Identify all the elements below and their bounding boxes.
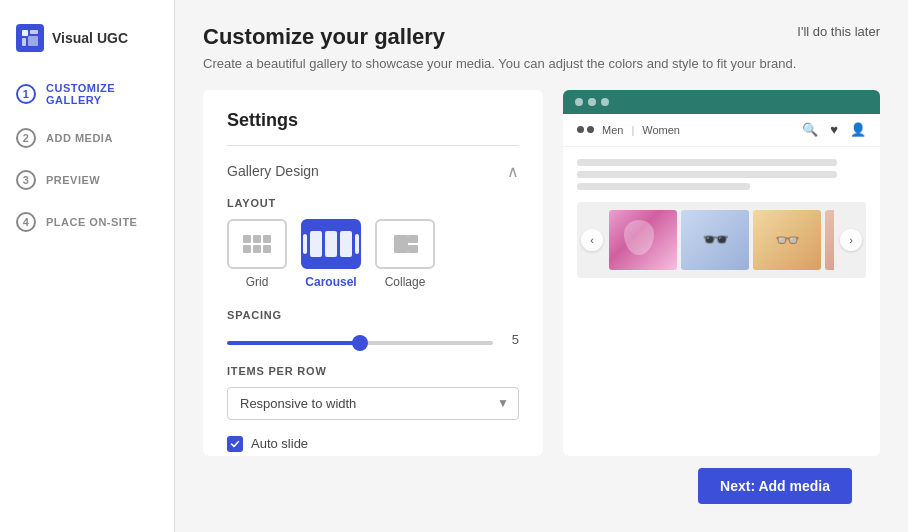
next-button[interactable]: Next: Add media: [698, 468, 852, 504]
nav-number-2: 2: [16, 128, 36, 148]
layout-option-grid[interactable]: Grid: [227, 219, 287, 289]
carousel-image-4: [825, 210, 834, 270]
nav-link-men[interactable]: Men: [602, 124, 623, 136]
browser-dot-1: [575, 98, 583, 106]
auto-slide-label: Auto slide: [251, 436, 308, 451]
sidebar-item-add-media[interactable]: 2 ADD MEDIA: [0, 118, 174, 158]
spacing-value: 5: [503, 332, 519, 347]
carousel-image-2: 🕶️: [681, 210, 749, 270]
preview-nav-bar: Men | Women 🔍 ♥ 👤: [563, 114, 880, 147]
settings-title: Settings: [227, 110, 519, 146]
carousel-image-1: [609, 210, 677, 270]
carousel-preview: ‹ 🕶️ 👓 ›: [577, 202, 866, 278]
svg-rect-1: [30, 30, 38, 34]
sidebar-label-add-media: ADD MEDIA: [46, 132, 113, 144]
spacing-section: SPACING 5: [227, 309, 519, 349]
spacing-label: SPACING: [227, 309, 519, 321]
sidebar: Visual UGC 1 CUSTOMIZE GALLERY 2 ADD MED…: [0, 0, 175, 532]
page-title: Customize your gallery: [203, 24, 445, 50]
carousel-right-arrow[interactable]: ›: [840, 229, 862, 251]
nav-logo-dot-1: [577, 126, 584, 133]
nav-link-separator: |: [631, 124, 634, 136]
content-area: Settings Gallery Design ∧ LAYOUT: [203, 90, 880, 457]
gallery-design-toggle[interactable]: ∧: [507, 162, 519, 181]
logo-text: Visual UGC: [52, 30, 128, 46]
grid-icon-box: [227, 219, 287, 269]
spacing-slider-container: [227, 331, 493, 349]
nav-link-women[interactable]: Women: [642, 124, 680, 136]
carousel-images: 🕶️ 👓: [609, 210, 834, 270]
grid-label: Grid: [246, 275, 269, 289]
preview-content: ‹ 🕶️ 👓 ›: [563, 147, 880, 457]
carousel-left-arrow[interactable]: ‹: [581, 229, 603, 251]
preview-line-1: [577, 159, 837, 166]
collage-icon: [394, 235, 416, 253]
carousel-image-3: 👓: [753, 210, 821, 270]
sidebar-label-customize-gallery: CUSTOMIZE GALLERY: [46, 82, 158, 106]
layout-option-collage[interactable]: Collage: [375, 219, 435, 289]
carousel-icon-box: [301, 219, 361, 269]
nav-logo-dots: [577, 126, 594, 133]
layout-options: Grid Carousel: [227, 219, 519, 289]
layout-label: LAYOUT: [227, 197, 519, 209]
account-icon[interactable]: 👤: [850, 122, 866, 138]
sidebar-item-preview[interactable]: 3 PREVIEW: [0, 160, 174, 200]
preview-text-lines: [577, 159, 866, 190]
svg-rect-0: [22, 30, 28, 36]
svg-rect-3: [28, 36, 38, 46]
spacing-row: 5: [227, 331, 519, 349]
browser-dot-3: [601, 98, 609, 106]
items-per-row-section: ITEMS PER ROW Responsive to width 1 2 3 …: [227, 365, 519, 420]
items-per-row-label: ITEMS PER ROW: [227, 365, 519, 377]
sidebar-label-preview: PREVIEW: [46, 174, 100, 186]
heart-icon[interactable]: ♥: [826, 122, 842, 138]
do-later-link[interactable]: I'll do this later: [797, 24, 880, 39]
layout-option-carousel[interactable]: Carousel: [301, 219, 361, 289]
preview-nav-right: 🔍 ♥ 👤: [802, 122, 866, 138]
items-per-row-dropdown-container: Responsive to width 1 2 3 4 5 ▼: [227, 387, 519, 420]
sidebar-nav: 1 CUSTOMIZE GALLERY 2 ADD MEDIA 3 PREVIE…: [0, 72, 174, 242]
nav-number-1: 1: [16, 84, 36, 104]
nav-number-4: 4: [16, 212, 36, 232]
nav-logo-dot-2: [587, 126, 594, 133]
gallery-design-label: Gallery Design: [227, 163, 319, 179]
carousel-icon: [303, 231, 359, 257]
grid-icon: [243, 235, 271, 253]
sidebar-label-place-on-site: PLACE ON-SITE: [46, 216, 137, 228]
gallery-design-section: Gallery Design ∧: [227, 162, 519, 181]
sidebar-item-customize-gallery[interactable]: 1 CUSTOMIZE GALLERY: [0, 72, 174, 116]
footer: Next: Add media: [203, 456, 880, 516]
main-area: Customize your gallery I'll do this late…: [175, 0, 908, 532]
collage-icon-box: [375, 219, 435, 269]
auto-slide-checkbox[interactable]: [227, 436, 243, 452]
logo-icon: [16, 24, 44, 52]
carousel-label: Carousel: [305, 275, 356, 289]
nav-number-3: 3: [16, 170, 36, 190]
preview-panel: Men | Women 🔍 ♥ 👤: [563, 90, 880, 457]
items-per-row-select[interactable]: Responsive to width 1 2 3 4 5: [227, 387, 519, 420]
preview-browser-bar: [563, 90, 880, 114]
auto-slide-row: Auto slide: [227, 436, 519, 452]
layout-section: LAYOUT Grid: [227, 197, 519, 289]
preview-line-3: [577, 183, 750, 190]
collage-label: Collage: [385, 275, 426, 289]
spacing-slider[interactable]: [227, 341, 493, 345]
browser-dot-2: [588, 98, 596, 106]
svg-rect-2: [22, 38, 26, 46]
preview-line-2: [577, 171, 837, 178]
page-description: Create a beautiful gallery to showcase y…: [203, 54, 823, 74]
search-icon[interactable]: 🔍: [802, 122, 818, 138]
settings-panel: Settings Gallery Design ∧ LAYOUT: [203, 90, 543, 457]
nav-links: Men | Women: [602, 124, 680, 136]
sidebar-item-place-on-site[interactable]: 4 PLACE ON-SITE: [0, 202, 174, 242]
preview-nav-left: Men | Women: [577, 124, 680, 136]
logo-area: Visual UGC: [0, 16, 174, 72]
main-header: Customize your gallery I'll do this late…: [203, 24, 880, 74]
